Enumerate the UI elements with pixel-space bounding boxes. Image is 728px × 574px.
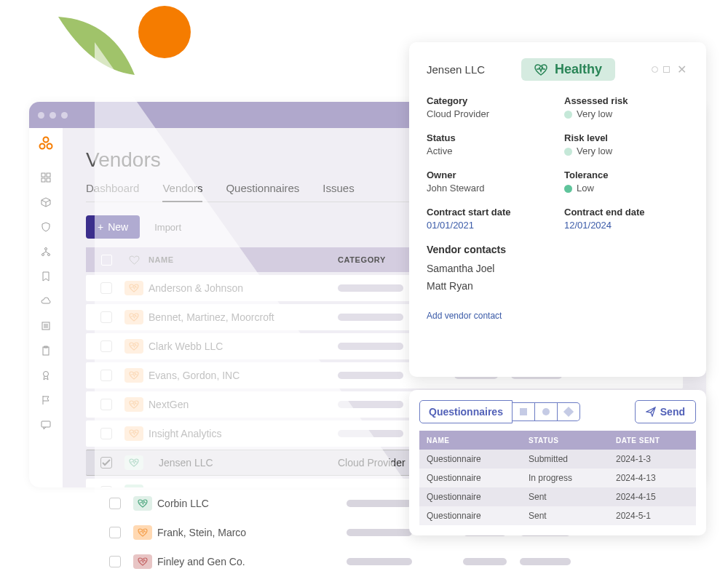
nav-list-icon[interactable] <box>40 320 52 332</box>
svg-point-0 <box>44 137 49 143</box>
nav-dashboard-icon[interactable] <box>40 172 52 183</box>
health-chip <box>133 554 152 569</box>
vendor-name: Jensen LLC <box>149 457 338 469</box>
nav-flag-icon[interactable] <box>40 394 52 406</box>
minimize-icon[interactable] <box>652 66 658 73</box>
nav-chat-icon[interactable] <box>40 419 52 431</box>
risk-dot-icon <box>564 148 572 156</box>
row-checkbox[interactable] <box>100 370 112 381</box>
questionnaire-panel: Questionnaires Send NAME STATUS DATE SEN… <box>409 390 706 535</box>
row-checkbox[interactable] <box>109 527 121 538</box>
maximize-icon[interactable] <box>663 66 670 73</box>
new-button[interactable]: +New <box>86 215 140 239</box>
health-badge: Healthy <box>521 58 615 81</box>
questionnaire-row[interactable]: QuestionnaireSubmitted2024-1-3 <box>419 450 696 469</box>
quest-status: Sent <box>529 492 616 502</box>
heart-icon <box>129 255 140 265</box>
vendor-name: Frank, Stein, Marco <box>157 527 347 538</box>
send-button[interactable]: Send <box>635 400 696 423</box>
col-placeholder <box>520 558 571 565</box>
health-chip <box>124 455 143 470</box>
col-placeholder <box>463 558 507 565</box>
row-checkbox[interactable] <box>100 457 112 469</box>
vendor-name: Corbin LLC <box>157 498 347 509</box>
detail-title: Jensen LLC <box>427 63 485 76</box>
view-square-icon[interactable] <box>513 402 535 421</box>
vendor-name: NextGen <box>149 399 338 410</box>
value: Cloud Provider <box>427 108 551 119</box>
svg-point-2 <box>47 144 52 149</box>
close-icon[interactable]: ✕ <box>675 64 689 76</box>
value: Very low <box>564 146 689 156</box>
tab-vendors[interactable]: Vendors <box>162 182 202 202</box>
nav-clipboard-icon[interactable] <box>40 345 52 356</box>
window-dot <box>50 112 56 119</box>
health-chip <box>133 496 152 511</box>
questionnaire-row[interactable]: QuestionnaireSent2024-5-1 <box>419 506 696 525</box>
contact-item: Matt Ryan <box>427 280 689 292</box>
table-row[interactable]: Finley and Gen Co. <box>95 549 706 574</box>
row-checkbox[interactable] <box>100 311 112 323</box>
health-chip <box>124 368 143 383</box>
tab-questionnaires[interactable]: Questionnaires <box>226 182 299 200</box>
value: John Steward <box>427 183 551 194</box>
panel-window-controls: ✕ <box>652 64 689 76</box>
quest-status: In progress <box>529 473 616 483</box>
quest-name: Questionnaire <box>427 473 529 483</box>
row-checkbox[interactable] <box>100 282 112 294</box>
view-circle-icon[interactable] <box>535 402 558 421</box>
risk-dot-icon <box>564 111 572 119</box>
health-badge-label: Healthy <box>555 62 602 77</box>
contact-item: Samantha Joel <box>427 263 689 274</box>
decoration-leaf <box>55 13 149 86</box>
value: Very low <box>564 108 689 119</box>
row-checkbox[interactable] <box>100 399 112 410</box>
nav-cloud-icon[interactable] <box>40 295 52 307</box>
vendor-name: Evans, Gordon, INC <box>149 370 338 381</box>
tab-issues[interactable]: Issues <box>323 182 354 200</box>
nav-bookmark-icon[interactable] <box>40 271 52 282</box>
value: Active <box>427 146 551 156</box>
label: Status <box>427 132 551 143</box>
add-contact-link[interactable]: Add vendor contact <box>427 311 502 321</box>
value: Low <box>564 183 689 194</box>
svg-rect-4 <box>47 173 50 177</box>
tab-dashboard[interactable]: Dashboard <box>86 182 139 200</box>
row-checkbox[interactable] <box>109 556 121 567</box>
label: Tolerance <box>564 170 689 180</box>
contacts-heading: Vendor contacts <box>427 244 689 255</box>
row-checkbox[interactable] <box>100 340 112 352</box>
select-all-checkbox[interactable] <box>101 255 112 266</box>
nav-shield-icon[interactable] <box>40 221 52 233</box>
label: Contract start date <box>427 207 551 218</box>
row-checkbox[interactable] <box>100 428 112 439</box>
import-button[interactable]: Import <box>154 222 181 233</box>
svg-point-7 <box>45 248 47 250</box>
row-checkbox[interactable] <box>109 498 121 509</box>
svg-point-8 <box>42 254 44 256</box>
quest-header-status: STATUS <box>529 437 616 445</box>
risk-dot-icon <box>564 185 572 193</box>
header-name[interactable]: NAME <box>149 255 338 264</box>
questionnaire-row[interactable]: QuestionnaireIn progress2024-4-13 <box>419 469 696 487</box>
quest-name: Questionnaire <box>427 492 529 502</box>
vendor-detail-panel: Jensen LLC Healthy ✕ Category Cloud Prov… <box>409 42 706 377</box>
field-category: Category Cloud Provider <box>427 95 551 119</box>
questionnaire-tabs: Questionnaires <box>419 400 580 423</box>
label: Category <box>427 95 551 106</box>
nav-tree-icon[interactable] <box>40 246 52 258</box>
questionnaire-tab[interactable]: Questionnaires <box>419 400 513 423</box>
field-owner: Owner John Steward <box>427 170 551 194</box>
questionnaire-row[interactable]: QuestionnaireSent2024-4-15 <box>419 487 696 506</box>
heart-icon <box>534 64 547 76</box>
field-contract-start: Contract start date 01/01/2021 <box>427 207 551 231</box>
send-icon <box>646 407 656 417</box>
svg-rect-17 <box>41 421 50 427</box>
quest-table-header: NAME STATUS DATE SENT <box>419 431 696 450</box>
field-tolerance: Tolerance Low <box>564 170 689 194</box>
view-diamond-icon[interactable] <box>558 402 580 421</box>
field-risk-level: Risk level Very low <box>564 132 689 156</box>
field-status: Status Active <box>427 132 551 156</box>
nav-box-icon[interactable] <box>40 196 52 208</box>
nav-badge-icon[interactable] <box>40 370 52 381</box>
